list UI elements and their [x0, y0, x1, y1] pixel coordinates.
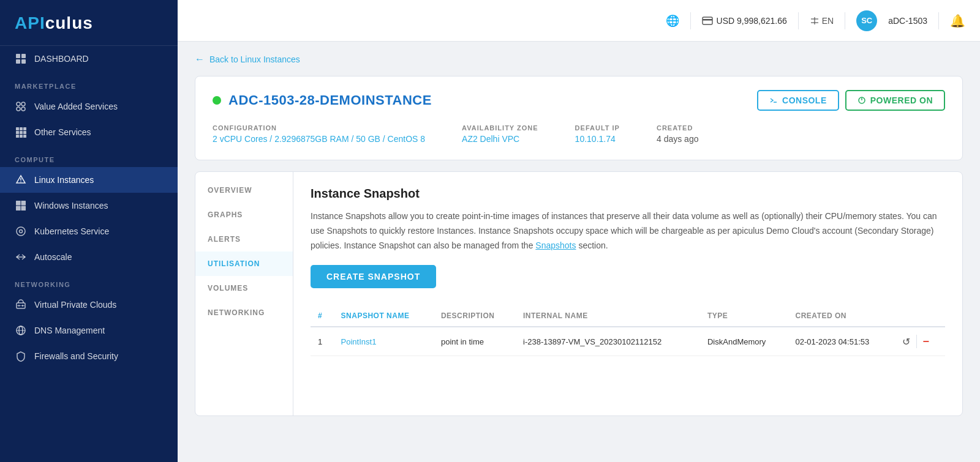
snapshot-table: # SNAPSHOT NAME DESCRIPTION INTERNAL NAM…	[311, 305, 945, 356]
svg-point-19	[20, 181, 21, 182]
create-snapshot-button[interactable]: CREATE SNAPSHOT	[311, 265, 436, 288]
snapshots-link[interactable]: Snapshots	[535, 240, 576, 250]
restore-icon[interactable]: ↺	[902, 336, 910, 348]
svg-rect-22	[16, 206, 21, 211]
windows-instances-icon	[15, 199, 27, 212]
sidebar-item-kubernetes-service[interactable]: Kubernetes Service	[0, 218, 178, 244]
table-row: 1 PointInst1 point in time i-238-13897-V…	[311, 327, 945, 356]
marketplace-label: MARKETPLACE	[0, 72, 178, 94]
tab-utilisation[interactable]: UTILISATION	[195, 251, 293, 276]
row-type: DiskAndMemory	[700, 327, 788, 356]
tab-volumes[interactable]: VOLUMES	[195, 276, 293, 300]
sidebar-item-dns-label: DNS Management	[34, 326, 105, 335]
col-description: DESCRIPTION	[434, 305, 516, 327]
instance-meta: CONFIGURATION 2 vCPU Cores / 2.9296875GB…	[213, 124, 945, 144]
header-actions: CONSOLE POWERED ON	[757, 90, 945, 111]
tab-utilisation-label: UTILISATION	[208, 259, 260, 268]
topbar-balance[interactable]: USD 9,998,621.66	[702, 16, 787, 26]
sidebar-item-firewalls[interactable]: Firewalls and Security	[0, 343, 178, 369]
topbar-language[interactable]: EN	[810, 16, 834, 26]
topbar-globe-button[interactable]: 🌐	[666, 14, 679, 28]
sidebar-item-dns-management[interactable]: DNS Management	[0, 318, 178, 343]
topbar-divider-1	[690, 12, 691, 29]
snapshot-desc-text-1: Instance Snapshots allow you to create p…	[311, 211, 937, 250]
snapshot-panel: Instance Snapshot Instance Snapshots all…	[293, 172, 962, 415]
row-internal-name: i-238-13897-VM_VS_20230102112152	[516, 327, 700, 356]
powered-on-button[interactable]: POWERED ON	[845, 90, 945, 111]
svg-rect-9	[20, 127, 23, 130]
back-label: Back to Linux Instances	[209, 54, 300, 64]
svg-point-5	[21, 102, 25, 106]
svg-rect-35	[703, 19, 712, 21]
instance-header: ADC-1503-28-DEMOINSTANCE CONSOLE POWERED…	[213, 90, 945, 111]
instance-card: ADC-1503-28-DEMOINSTANCE CONSOLE POWERED…	[195, 76, 963, 160]
sidebar-item-autoscale-label: Autoscale	[34, 252, 72, 262]
sidebar-item-kubernetes-label: Kubernetes Service	[34, 226, 109, 236]
tab-overview[interactable]: OVERVIEW	[195, 178, 293, 203]
meta-created: CREATED 4 days ago	[657, 124, 699, 144]
svg-rect-1	[21, 54, 26, 58]
svg-rect-13	[23, 131, 26, 134]
autoscale-icon	[15, 251, 27, 263]
sidebar-item-firewalls-label: Firewalls and Security	[34, 351, 118, 361]
value-added-services-icon	[15, 100, 27, 113]
topbar-username: aDC-1503	[888, 16, 927, 26]
config-value: 2 vCPU Cores / 2.9296875GB RAM / 50 GB /…	[213, 134, 425, 144]
sidebar-item-other-services[interactable]: Other Services	[0, 119, 178, 145]
row-snapshot-name[interactable]: PointInst1	[334, 327, 434, 356]
svg-rect-14	[16, 135, 19, 138]
linux-instances-icon	[15, 174, 27, 186]
svg-rect-23	[21, 206, 26, 211]
action-divider	[916, 335, 917, 348]
sidebar-item-autoscale[interactable]: Autoscale	[0, 244, 178, 270]
sidebar-item-linux-instances[interactable]: Linux Instances	[0, 167, 178, 193]
sidebar-item-virtual-private-clouds[interactable]: Virtual Private Clouds	[0, 292, 178, 318]
created-value: 4 days ago	[657, 134, 699, 144]
dns-icon	[15, 324, 27, 337]
powered-button-label: POWERED ON	[870, 95, 933, 105]
svg-rect-8	[16, 127, 19, 130]
vpc-icon	[15, 299, 27, 311]
tab-networking[interactable]: NETWORKING	[195, 300, 293, 325]
snapshot-table-body: 1 PointInst1 point in time i-238-13897-V…	[311, 327, 945, 356]
col-type: TYPE	[700, 305, 788, 327]
sidebar-item-dashboard[interactable]: DASHBOARD	[0, 46, 178, 72]
config-label: CONFIGURATION	[213, 124, 425, 132]
globe-icon: 🌐	[666, 14, 679, 28]
instance-title-row: ADC-1503-28-DEMOINSTANCE	[213, 92, 432, 108]
tab-alerts-label: ALERTS	[208, 235, 241, 244]
sidebar-item-other-services-label: Other Services	[34, 127, 91, 137]
tab-graphs-label: GRAPHS	[208, 211, 243, 219]
topbar-divider-3	[845, 12, 845, 29]
instance-name: ADC-1503-28-DEMOINSTANCE	[228, 92, 432, 108]
row-created-on: 02-01-2023 04:51:53	[788, 327, 895, 356]
svg-point-25	[20, 230, 23, 233]
main-content: ← Back to Linux Instances ADC-1503-28-DE…	[178, 42, 980, 462]
row-num: 1	[311, 327, 334, 356]
snapshot-title: Instance Snapshot	[311, 187, 945, 201]
meta-ip: DEFAULT IP 10.10.1.74	[575, 124, 620, 144]
sidebar-item-windows-instances[interactable]: Windows Instances	[0, 193, 178, 218]
row-actions-cell: ↺ −	[895, 327, 945, 356]
other-services-icon	[15, 126, 27, 138]
console-button[interactable]: CONSOLE	[757, 90, 839, 111]
balance-value: USD 9,998,621.66	[717, 16, 787, 26]
svg-rect-20	[16, 201, 21, 206]
svg-rect-21	[21, 201, 26, 206]
tab-graphs[interactable]: GRAPHS	[195, 203, 293, 227]
svg-rect-0	[16, 54, 20, 58]
tab-alerts[interactable]: ALERTS	[195, 227, 293, 251]
meta-az: AVAILABILITY ZONE AZ2 Delhi VPC	[462, 124, 538, 144]
az-value: AZ2 Delhi VPC	[462, 134, 538, 144]
ip-label: DEFAULT IP	[575, 124, 620, 132]
compute-label: COMPUTE	[0, 145, 178, 167]
delete-icon[interactable]: −	[923, 335, 930, 348]
svg-point-7	[21, 107, 25, 111]
console-button-label: CONSOLE	[782, 95, 827, 105]
back-link[interactable]: ← Back to Linux Instances	[195, 54, 963, 65]
bell-icon[interactable]: 🔔	[950, 13, 965, 28]
sidebar-item-value-added-services[interactable]: Value Added Services	[0, 94, 178, 119]
tab-networking-label: NETWORKING	[208, 308, 265, 317]
col-actions	[895, 305, 945, 327]
svg-rect-15	[20, 135, 23, 138]
